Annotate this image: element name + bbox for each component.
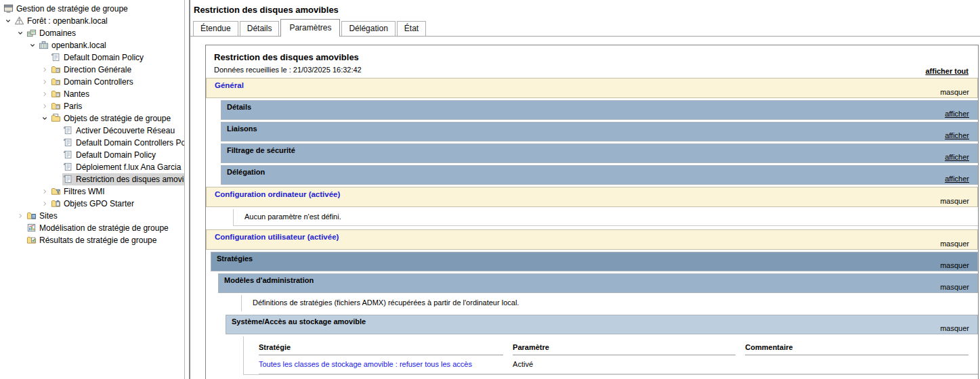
chevron-placeholder <box>51 174 62 185</box>
band-label: Filtrage de sécurité <box>227 146 295 154</box>
tab-parametres[interactable]: Paramètres <box>280 19 340 37</box>
tab-details[interactable]: Détails <box>240 21 280 36</box>
tree-item-label: Résultats de stratégie de groupe <box>39 235 158 246</box>
tree-item[interactable]: Gestion de stratégie de groupe <box>0 3 184 15</box>
chevron-placeholder <box>15 223 26 233</box>
toggle-link[interactable]: masquer <box>940 283 969 291</box>
tree-item-label: Default Domain Policy <box>63 52 146 64</box>
tree-item-label: Filtres WMI <box>63 186 107 198</box>
report-text-row: Définitions de stratégies (fichiers ADMX… <box>241 295 978 311</box>
chevron-collapsed-icon[interactable] <box>39 76 50 87</box>
chevron-expanded-icon[interactable] <box>39 113 50 124</box>
tree-item-row: Objets de stratégie de groupe <box>50 112 184 125</box>
tree-item-row: Nantes <box>50 88 184 100</box>
table-cell <box>745 360 968 368</box>
console-tree: Gestion de stratégie de groupeForêt : op… <box>0 0 185 379</box>
toggle-link[interactable]: masquer <box>940 88 969 96</box>
gpo-icon <box>62 137 73 148</box>
tree-item-label: Modélisation de stratégie de groupe <box>39 223 171 234</box>
tree-item[interactable]: Résultats de stratégie de groupe <box>0 234 184 246</box>
chevron-collapsed-icon[interactable] <box>39 64 50 75</box>
tree-item-row: Filtres WMI <box>50 185 184 198</box>
tree-item-row: Direction Générale <box>50 64 184 76</box>
policy-link[interactable]: Toutes les classes de stockage amovible … <box>259 360 503 368</box>
toggle-link[interactable]: afficher <box>945 175 969 183</box>
tree-item-label: Forêt : openbank.local <box>26 16 110 27</box>
tree-item[interactable]: openbank.local <box>0 39 184 51</box>
tree-item-row: Modélisation de stratégie de groupe <box>26 222 184 234</box>
forest-icon <box>14 16 24 26</box>
section-label: Général <box>215 81 244 89</box>
tree-item[interactable]: Forêt : openbank.local <box>0 15 184 27</box>
report-band-header: Modèles d'administrationmasquer <box>218 273 978 293</box>
toggle-link[interactable]: afficher <box>945 110 969 118</box>
tree-item-row: Default Domain Policy <box>62 149 184 161</box>
tree-item[interactable]: Default Domain Controllers Policy <box>0 137 184 149</box>
tree-item-row: Résultats de stratégie de groupe <box>26 234 184 246</box>
tab-etendue[interactable]: Étendue <box>193 21 238 36</box>
tree-item-row: Activer Découverte Réseau <box>62 125 184 137</box>
tab-etat[interactable]: État <box>397 21 426 36</box>
tree-item-label: Objets de stratégie de groupe <box>63 113 173 125</box>
tree-item[interactable]: Paris <box>0 100 184 112</box>
tab-delegation[interactable]: Délégation <box>341 21 395 36</box>
tree-item[interactable]: Domaines <box>0 27 184 39</box>
toggle-link[interactable]: afficher <box>945 153 969 161</box>
column-header: Stratégie <box>259 343 503 355</box>
tree-item[interactable]: Objets de stratégie de groupe <box>0 112 184 125</box>
band-label: Stratégies <box>217 254 253 263</box>
tree-item[interactable]: Objets GPO Starter <box>0 198 184 210</box>
modeling-icon <box>26 223 37 233</box>
tree-item[interactable]: Sites <box>0 210 184 222</box>
section-label: Configuration utilisateur (activée) <box>215 233 339 241</box>
tree-item[interactable]: Modélisation de stratégie de groupe <box>0 222 184 234</box>
report-band-header: Système/Accès au stockage amoviblemasque… <box>226 315 978 334</box>
chevron-expanded-icon[interactable] <box>27 40 38 51</box>
report-band-header: Filtrage de sécuritéafficher <box>221 143 978 163</box>
gpo-icon <box>62 125 73 136</box>
chevron-collapsed-icon[interactable] <box>39 198 50 209</box>
chevron-placeholder <box>51 162 62 173</box>
toggle-link[interactable]: masquer <box>940 261 969 269</box>
gpo-icon <box>62 174 73 185</box>
tree-item[interactable]: Restriction des disques amovibles <box>0 173 184 185</box>
gpo-icon <box>62 162 73 173</box>
tree-item[interactable]: Default Domain Policy <box>0 51 184 64</box>
tree-item[interactable]: Filtres WMI <box>0 185 184 198</box>
chevron-expanded-icon[interactable] <box>15 28 26 39</box>
toggle-link[interactable]: masquer <box>940 197 969 205</box>
tree-item[interactable]: Default Domain Policy <box>0 149 184 161</box>
tree-item[interactable]: Nantes <box>0 88 184 100</box>
toggle-link[interactable]: afficher <box>945 131 969 139</box>
gpo-title: Restriction des disques amovibles <box>194 5 980 15</box>
tree-item-row: Paris <box>50 100 184 112</box>
band-label: Détails <box>227 103 251 111</box>
tree-item[interactable]: Domain Controllers <box>0 76 184 88</box>
show-all-link[interactable]: afficher tout <box>925 67 968 75</box>
band-label: Système/Accès au stockage amovible <box>232 317 366 326</box>
tree-item[interactable]: Direction Générale <box>0 64 184 76</box>
tree-item[interactable]: Activer Découverte Réseau <box>0 125 184 137</box>
chevron-collapsed-icon[interactable] <box>39 101 50 112</box>
tree-item-label: Domaines <box>39 28 78 39</box>
band-label: Modèles d'administration <box>224 276 314 284</box>
report-band-header: Stratégiesmasquer <box>211 252 978 271</box>
tree-item-row: openbank.local <box>38 39 184 51</box>
tree-item-row: Domaines <box>26 27 184 39</box>
tree-item[interactable]: Déploiement f.lux Ana Garcia <box>0 161 184 173</box>
ou-icon <box>50 101 61 112</box>
toggle-link[interactable]: masquer <box>940 240 969 248</box>
sites-icon <box>26 210 37 221</box>
toggle-link[interactable]: masquer <box>940 324 969 332</box>
tree-item-row: Default Domain Policy <box>50 51 184 64</box>
tree-item-row: Déploiement f.lux Ana Garcia <box>62 161 184 173</box>
settings-report: Restriction des disques amovibles Donnée… <box>205 45 979 379</box>
chevron-collapsed-icon[interactable] <box>39 89 50 99</box>
content-pane: Restriction des disques amovibles Étendu… <box>189 0 980 379</box>
chevron-expanded-icon[interactable] <box>3 16 14 26</box>
report-title: Restriction des disques amovibles <box>214 52 968 62</box>
chevron-collapsed-icon[interactable] <box>39 186 50 197</box>
chevron-collapsed-icon[interactable] <box>15 210 26 221</box>
tree-item-row: Default Domain Controllers Policy <box>62 137 184 149</box>
chevron-placeholder <box>39 52 50 63</box>
